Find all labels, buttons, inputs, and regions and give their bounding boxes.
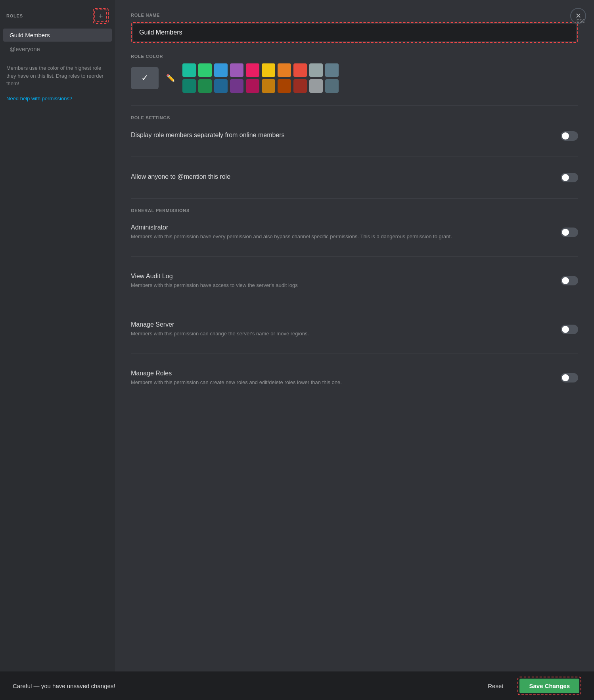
bottom-bar: Careful — you have unsaved changes! Rese… [0,671,594,700]
color-swatch[interactable] [309,79,323,93]
setting-row-allow-mention: Allow anyone to @mention this role [131,166,578,189]
setting-row-administrator: Administrator Members with this permissi… [131,218,578,247]
divider-2 [131,157,578,157]
color-swatch[interactable] [246,63,259,77]
divider-4 [131,256,578,257]
color-row-2 [182,79,339,93]
color-picker-row: ✓ ✏️ [131,63,578,93]
setting-desc: Members with this permission have access… [131,281,553,289]
setting-info: Manage Roles Members with this permissio… [131,370,561,386]
checkmark-icon: ✓ [141,73,148,83]
toggle-view-audit-log[interactable] [561,276,578,285]
divider-6 [131,354,578,354]
reset-button[interactable]: Reset [481,679,510,692]
divider-3 [131,198,578,199]
general-permissions-label: GENERAL PERMISSIONS [131,208,578,213]
color-swatch[interactable] [325,79,339,93]
save-button-wrapper: Save Changes [517,677,581,695]
color-preview-swatch[interactable]: ✓ [131,67,159,89]
unsaved-text: Careful — you have unsaved changes! [13,683,473,689]
setting-row-manage-roles: Manage Roles Members with this permissio… [131,363,578,393]
setting-desc: Members with this permission can create … [131,379,553,386]
setting-desc: Members with this permission can change … [131,330,553,338]
add-role-button[interactable]: ＋ [94,10,107,22]
setting-name: Allow anyone to @mention this role [131,173,553,180]
help-link[interactable]: Need help with permissions? [0,96,115,101]
setting-row-display-separately: Display role members separately from onl… [131,125,578,147]
everyone-label: @everyone [10,46,40,52]
toggle-allow-mention[interactable] [561,173,578,182]
color-swatch[interactable] [230,79,243,93]
color-swatch[interactable] [262,79,275,93]
setting-desc: Members with this permission have every … [131,233,553,241]
color-swatch[interactable] [198,63,212,77]
toggle-manage-server[interactable] [561,325,578,334]
setting-name: Administrator [131,224,553,231]
color-swatch[interactable] [293,63,307,77]
sidebar-item-guild-members[interactable]: Guild Members [3,29,112,42]
role-color-label: ROLE COLOR [131,54,578,59]
color-grid [182,63,339,93]
role-label: Guild Members [10,32,50,38]
role-color-section: ROLE COLOR ✓ ✏️ [131,54,578,93]
color-swatch[interactable] [246,79,259,93]
add-role-wrapper: ＋ [93,8,109,24]
color-swatch[interactable] [230,63,243,77]
color-swatch[interactable] [293,79,307,93]
color-swatch[interactable] [198,79,212,93]
color-swatch[interactable] [214,63,228,77]
setting-info: Allow anyone to @mention this role [131,173,561,182]
color-swatch[interactable] [309,63,323,77]
sidebar-help-text: Members use the color of the highest rol… [0,56,115,96]
divider-1 [131,105,578,106]
setting-info: Manage Server Members with this permissi… [131,321,561,338]
sidebar: ROLES ＋ Guild Members @everyone Members … [0,0,115,700]
sidebar-title: ROLES [6,13,23,18]
setting-info: View Audit Log Members with this permiss… [131,273,561,289]
setting-info: Display role members separately from onl… [131,132,561,140]
color-swatch[interactable] [214,79,228,93]
role-name-input[interactable] [133,24,576,41]
divider-5 [131,305,578,305]
color-swatch[interactable] [278,79,291,93]
color-swatch[interactable] [182,63,196,77]
eyedropper-icon: ✏️ [166,74,175,82]
role-name-input-wrapper [131,22,578,43]
toggle-display-separately[interactable] [561,131,578,141]
color-swatch[interactable] [262,63,275,77]
setting-name: Display role members separately from onl… [131,132,553,139]
setting-name: View Audit Log [131,273,553,280]
main-content: ✕ ESC ROLE NAME ROLE COLOR ✓ ✏️ [115,0,594,700]
save-changes-button[interactable]: Save Changes [519,679,579,693]
setting-info: Administrator Members with this permissi… [131,224,561,241]
color-swatch[interactable] [182,79,196,93]
color-swatch[interactable] [278,63,291,77]
setting-row-manage-server: Manage Server Members with this permissi… [131,315,578,344]
role-settings-label: ROLE SETTINGS [131,115,578,120]
setting-name: Manage Server [131,321,553,328]
toggle-manage-roles[interactable] [561,373,578,383]
color-row-1 [182,63,339,77]
esc-label: ESC [577,19,585,23]
color-swatch[interactable] [325,63,339,77]
setting-name: Manage Roles [131,370,553,377]
role-name-label: ROLE NAME [131,13,578,17]
sidebar-header: ROLES ＋ [0,8,115,29]
setting-row-view-audit-log: View Audit Log Members with this permiss… [131,266,578,296]
sidebar-item-everyone[interactable]: @everyone [3,42,112,55]
toggle-administrator[interactable] [561,228,578,237]
eyedropper-button[interactable]: ✏️ [163,71,178,85]
